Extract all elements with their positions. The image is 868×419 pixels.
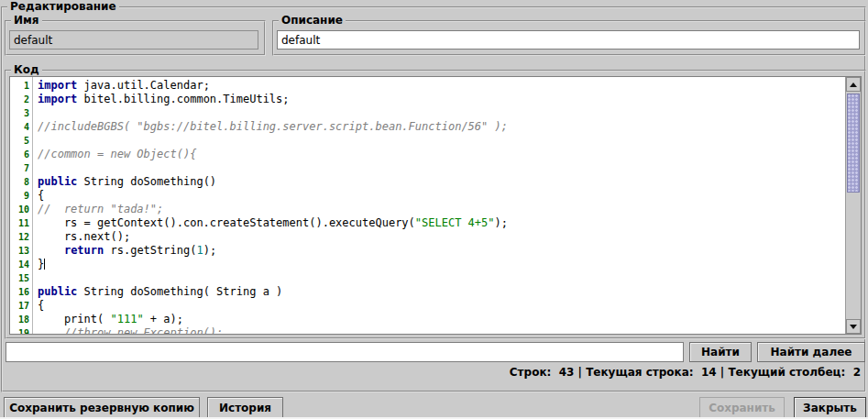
code-line[interactable]: 15	[10, 271, 844, 285]
code-line[interactable]: 2import bitel.billing.common.TimeUtils;	[10, 93, 844, 106]
code-line[interactable]: 7	[10, 161, 844, 175]
line-number: 10	[10, 203, 32, 216]
name-group: Имя	[5, 20, 266, 56]
line-number: 6	[10, 148, 32, 161]
code-line[interactable]: 10// return "tada!";	[10, 203, 844, 216]
line-number: 1	[10, 79, 32, 93]
save-button: Сохранить	[699, 397, 785, 418]
vertical-scrollbar[interactable]	[845, 77, 861, 334]
code-text: //includeBGBS( "bgbs://bitel.billing.ser…	[32, 120, 508, 134]
scrollbar-thumb[interactable]	[847, 94, 860, 193]
line-number: 13	[10, 244, 32, 258]
line-number: 11	[10, 216, 32, 230]
find-next-button[interactable]: Найти далее	[757, 342, 865, 362]
code-text: print( "111" + a);	[32, 313, 183, 326]
line-number: 4	[10, 120, 32, 134]
code-lines[interactable]: 1import java.util.Calendar;2import bitel…	[10, 79, 844, 335]
line-number: 18	[10, 313, 32, 326]
search-input[interactable]	[5, 342, 684, 362]
history-button[interactable]: История	[207, 397, 283, 418]
code-line[interactable]: 9{	[10, 189, 844, 203]
code-line[interactable]: 17{	[10, 299, 844, 313]
code-group-title: Код	[11, 63, 42, 77]
line-number: 9	[10, 189, 32, 203]
code-text	[32, 134, 38, 148]
code-line[interactable]: 16public String doSomething( String a )	[10, 285, 844, 299]
code-line[interactable]: 14}	[10, 258, 844, 271]
line-number: 15	[10, 271, 32, 285]
arrow-down-icon	[850, 325, 857, 329]
name-group-title: Имя	[11, 14, 42, 28]
code-text: public String doSomething( String a )	[32, 285, 282, 299]
code-text: public String doSomething()	[32, 175, 216, 189]
edit-group-title: Редактирование	[7, 0, 119, 14]
edit-group: Редактирование Имя Описание Код 1import …	[1, 6, 866, 392]
edit-dialog: Редактирование Имя Описание Код 1import …	[0, 0, 868, 419]
code-line[interactable]: 6//common = new Object(){	[10, 148, 844, 161]
code-line[interactable]: 12 rs.next();	[10, 230, 844, 244]
code-line[interactable]: 3	[10, 106, 844, 120]
description-group: Описание	[272, 20, 866, 56]
find-button[interactable]: Найти	[689, 342, 752, 362]
code-line[interactable]: 4//includeBGBS( "bgbs://bitel.billing.se…	[10, 120, 844, 134]
code-line[interactable]: 13 return rs.getString(1);	[10, 244, 844, 258]
scroll-up-button[interactable]	[846, 77, 861, 92]
line-number: 3	[10, 106, 32, 120]
code-text: {	[32, 299, 44, 313]
code-text: // return "tada!";	[32, 203, 163, 216]
line-number: 14	[10, 258, 32, 271]
scroll-down-button[interactable]	[846, 319, 861, 334]
line-number: 19	[10, 326, 32, 335]
line-number: 8	[10, 175, 32, 189]
code-line[interactable]: 5	[10, 134, 844, 148]
code-line[interactable]: 1import java.util.Calendar;	[10, 79, 844, 93]
code-text	[32, 161, 38, 175]
arrow-up-icon	[850, 83, 857, 87]
text-caret	[44, 259, 45, 270]
name-field	[9, 30, 258, 50]
code-text: //throw new Exception();	[32, 326, 223, 335]
code-text: }	[32, 258, 45, 271]
line-number: 2	[10, 93, 32, 106]
save-backup-button[interactable]: Сохранить резервную копию	[4, 397, 200, 418]
code-text: rs.next();	[32, 230, 130, 244]
code-text: import java.util.Calendar;	[32, 79, 210, 93]
code-line[interactable]: 8public String doSomething()	[10, 175, 844, 189]
code-line[interactable]: 18 print( "111" + a);	[10, 313, 844, 326]
code-line[interactable]: 11 rs = getContext().con.createStatement…	[10, 216, 844, 230]
line-number: 17	[10, 299, 32, 313]
code-text: rs = getContext().con.createStatement().…	[32, 216, 508, 230]
description-group-title: Описание	[279, 14, 346, 28]
code-text	[32, 271, 38, 285]
description-field[interactable]	[277, 30, 860, 50]
line-number: 5	[10, 134, 32, 148]
line-number: 12	[10, 230, 32, 244]
code-editor[interactable]: 1import java.util.Calendar;2import bitel…	[9, 76, 862, 335]
code-text	[32, 106, 38, 120]
code-text: return rs.getString(1);	[32, 244, 216, 258]
code-group: Код 1import java.util.Calendar;2import b…	[5, 70, 866, 339]
code-text: //common = new Object(){	[32, 148, 196, 161]
status-bar: Строк: 43 | Текущая строка: 14 | Текущий…	[510, 366, 861, 379]
code-text: {	[32, 189, 44, 203]
close-button[interactable]: Закрыть	[794, 397, 866, 418]
line-number: 16	[10, 285, 32, 299]
code-line[interactable]: 19 //throw new Exception();	[10, 326, 844, 335]
line-number: 7	[10, 161, 32, 175]
code-text: import bitel.billing.common.TimeUtils;	[32, 93, 290, 106]
